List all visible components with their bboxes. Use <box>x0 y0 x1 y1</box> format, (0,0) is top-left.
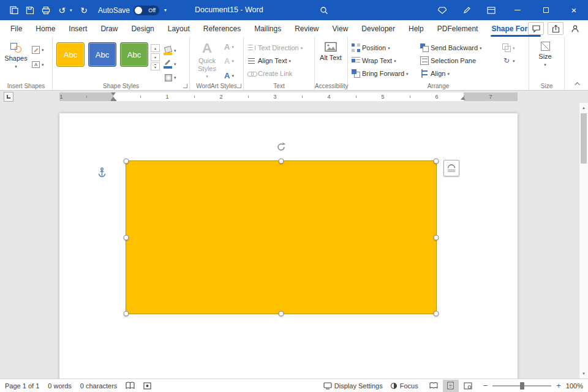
alt-text-button[interactable]: Alt Text <box>317 39 345 81</box>
send-backward-button[interactable]: Send Backward ▾ <box>418 42 500 54</box>
document-page[interactable] <box>59 113 518 379</box>
first-line-indent-marker[interactable] <box>111 92 116 96</box>
shape-style-green[interactable]: Abc <box>120 42 148 67</box>
page-indicator[interactable]: Page 1 of 1 <box>5 382 39 390</box>
size-button[interactable]: Size ▾ <box>531 39 559 81</box>
tab-design[interactable]: Design <box>124 20 160 37</box>
vertical-scrollbar[interactable]: ▲ ▼ <box>579 103 588 379</box>
resize-handle-bottom-right[interactable] <box>434 311 439 317</box>
character-count[interactable]: 0 characters <box>80 382 118 390</box>
text-effects-button[interactable]: A ▾ <box>222 70 236 81</box>
align-text-button[interactable]: Align Text ▾ <box>246 55 312 67</box>
rotate-objects-button[interactable]: ↻ ▾ <box>500 55 521 67</box>
zoom-out-button[interactable]: − <box>483 382 488 390</box>
focus-mode-button[interactable]: Focus <box>390 382 418 390</box>
create-link-button[interactable]: Create Link <box>246 67 312 80</box>
resize-handle-top-right[interactable] <box>434 159 439 164</box>
minimize-button[interactable] <box>503 0 532 20</box>
word-count[interactable]: 0 words <box>48 382 72 390</box>
resize-handle-bottom-center[interactable] <box>279 311 284 317</box>
selected-rectangle-shape[interactable] <box>126 160 437 314</box>
tab-layout[interactable]: Layout <box>161 20 197 37</box>
edit-shape-button[interactable]: ▾ <box>30 43 46 56</box>
maximize-button[interactable] <box>532 0 560 20</box>
scrollbar-thumb[interactable] <box>581 113 587 164</box>
tab-file[interactable]: File <box>4 20 29 37</box>
dialog-launcher-icon[interactable] <box>237 84 241 88</box>
word-app-icon[interactable] <box>6 0 22 20</box>
gallery-more-icon[interactable]: ▾ <box>151 62 160 70</box>
shape-fill-icon <box>164 47 172 55</box>
close-button[interactable]: × <box>560 0 588 20</box>
selection-pane-button[interactable]: Selection Pane <box>418 55 500 67</box>
read-mode-button[interactable] <box>426 380 442 392</box>
resize-handle-bottom-left[interactable] <box>124 311 129 317</box>
draw-text-box-button[interactable]: ▾ <box>30 58 46 70</box>
scroll-down-icon[interactable]: ▼ <box>579 369 588 379</box>
scroll-up-icon[interactable]: ▲ <box>579 103 588 113</box>
print-icon[interactable] <box>38 0 54 20</box>
print-layout-button[interactable] <box>443 380 459 392</box>
left-indent-marker[interactable] <box>111 100 116 102</box>
comments-button[interactable] <box>528 22 544 35</box>
zoom-slider-thumb[interactable] <box>520 382 524 390</box>
dialog-launcher-icon[interactable] <box>183 84 187 88</box>
tab-draw[interactable]: Draw <box>94 20 124 37</box>
position-button[interactable]: Position ▾ <box>350 42 418 54</box>
web-layout-button[interactable] <box>460 380 476 392</box>
zoom-in-button[interactable]: + <box>556 382 561 390</box>
collapse-ribbon-button[interactable] <box>573 80 583 88</box>
tab-pdfelement[interactable]: PDFelement <box>431 20 485 37</box>
shape-fill-button[interactable]: ▾ <box>162 44 178 57</box>
proofing-status-icon[interactable] <box>126 382 135 390</box>
layout-options-button[interactable] <box>443 160 459 176</box>
macro-record-icon[interactable] <box>143 382 151 390</box>
zoom-level[interactable]: 100% <box>566 382 583 390</box>
wrap-text-button[interactable]: Wrap Text ▾ <box>350 55 418 67</box>
shape-outline-button[interactable]: ▾ <box>162 58 178 70</box>
tab-view[interactable]: View <box>326 20 355 37</box>
tab-mailings[interactable]: Mailings <box>247 20 288 37</box>
resize-handle-top-left[interactable] <box>124 159 129 164</box>
undo-icon[interactable]: ↺ <box>54 0 70 20</box>
gallery-up-icon[interactable]: ▴ <box>151 44 160 52</box>
autosave-toggle[interactable]: Off <box>134 6 159 15</box>
tab-help[interactable]: Help <box>402 20 431 37</box>
shape-effects-button[interactable]: ▾ <box>162 71 178 84</box>
tab-stop-selector[interactable] <box>4 92 13 102</box>
premium-diamond-icon[interactable] <box>430 0 454 20</box>
shape-style-gold[interactable]: Abc <box>56 42 85 67</box>
save-icon[interactable] <box>22 0 38 20</box>
resize-handle-middle-right[interactable] <box>434 235 439 240</box>
quick-styles-button[interactable]: A Quick Styles ▾ <box>192 39 222 81</box>
text-direction-button[interactable]: Text Direction ▾ <box>246 42 312 54</box>
undo-dropdown-icon[interactable]: ▾ <box>70 8 76 13</box>
tab-insert[interactable]: Insert <box>62 20 94 37</box>
resize-handle-middle-left[interactable] <box>124 235 129 240</box>
autosave-control[interactable]: AutoSave Off <box>98 6 159 15</box>
right-indent-marker[interactable] <box>461 97 466 100</box>
tab-references[interactable]: References <box>197 20 247 37</box>
bring-forward-button[interactable]: Bring Forward ▾ <box>350 67 418 80</box>
tab-home[interactable]: Home <box>29 20 62 37</box>
align-objects-button[interactable]: Align ▾ <box>418 67 500 80</box>
text-fill-button[interactable]: A ▾ <box>222 41 236 53</box>
shape-style-blue[interactable]: Abc <box>88 42 116 67</box>
user-presence-icon[interactable] <box>568 22 582 35</box>
text-outline-button[interactable]: A ▾ <box>222 55 236 67</box>
search-icon[interactable] <box>316 0 332 20</box>
customize-quick-access-icon[interactable]: ▾ <box>159 0 172 20</box>
shapes-button[interactable]: Shapes ▾ <box>2 39 30 81</box>
rotation-handle[interactable] <box>276 141 287 155</box>
share-button[interactable] <box>548 22 564 35</box>
gallery-down-icon[interactable]: ▾ <box>151 53 160 61</box>
tab-developer[interactable]: Developer <box>355 20 402 37</box>
redo-icon[interactable]: ↻ <box>76 0 92 20</box>
pen-icon[interactable] <box>454 0 479 20</box>
zoom-slider[interactable] <box>492 385 551 386</box>
ribbon-display-options-icon[interactable] <box>479 0 503 20</box>
tab-review[interactable]: Review <box>288 20 325 37</box>
resize-handle-top-center[interactable] <box>279 159 284 164</box>
display-settings-button[interactable]: Display Settings <box>323 382 383 390</box>
group-objects-button[interactable]: ▾ <box>500 42 521 54</box>
